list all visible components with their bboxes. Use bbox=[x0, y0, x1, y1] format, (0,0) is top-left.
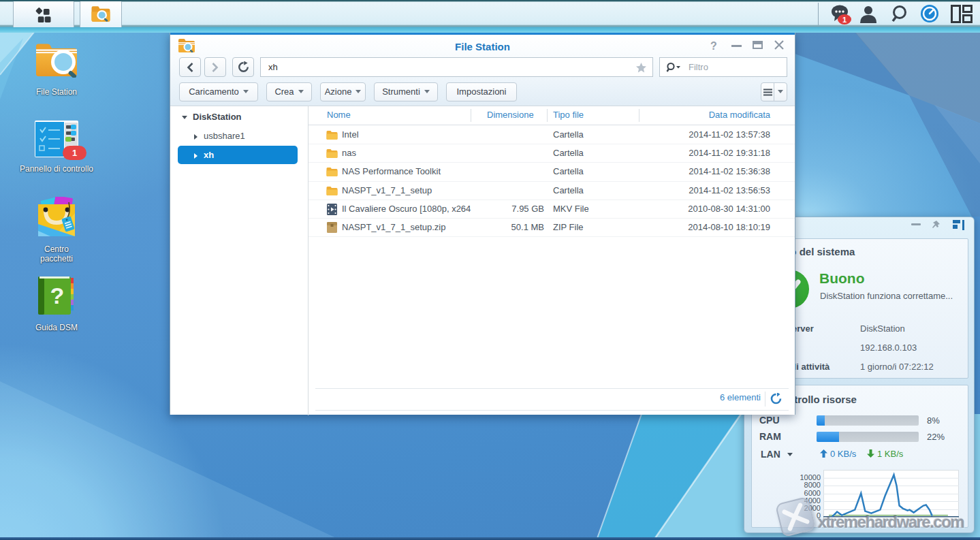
svg-text:?: ? bbox=[50, 283, 65, 308]
svg-text:1: 1 bbox=[842, 16, 847, 24]
